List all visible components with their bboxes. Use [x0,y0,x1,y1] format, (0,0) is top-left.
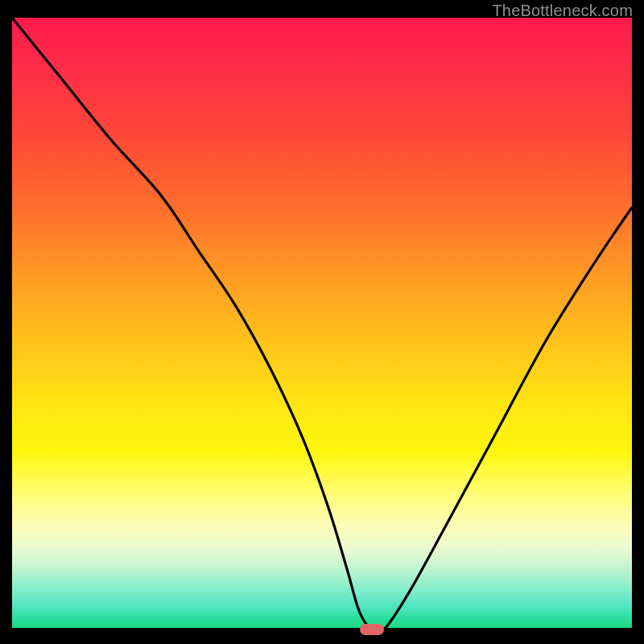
optimum-marker [360,624,384,635]
chart-frame: TheBottleneck.com [0,0,644,644]
plot-area [12,18,632,630]
bottleneck-curve [12,18,632,630]
